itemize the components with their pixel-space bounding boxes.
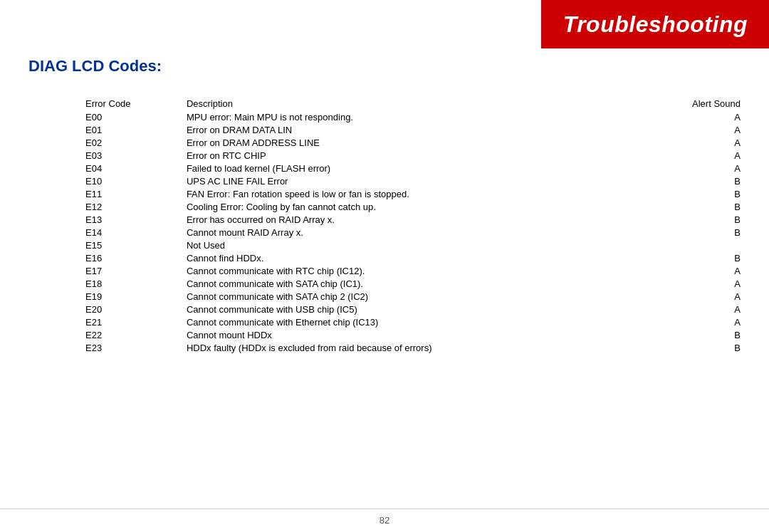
page-title: Troubleshooting	[563, 11, 748, 38]
cell-error-code: E22	[85, 328, 187, 341]
cell-description: UPS AC LINE FAIL Error	[187, 174, 674, 187]
table-row: E02Error on DRAM ADDRESS LINEA	[85, 136, 741, 149]
table-row: E01Error on DRAM DATA LINA	[85, 123, 741, 136]
diag-table: Error Code Description Alert Sound E00MP…	[85, 97, 741, 354]
cell-error-code: E01	[85, 123, 187, 136]
table-row: E13Error has occurred on RAID Array x.B	[85, 213, 741, 226]
cell-error-code: E15	[85, 239, 187, 251]
cell-description: Cannot communicate with SATA chip 2 (IC2…	[187, 290, 674, 303]
cell-error-code: E16	[85, 251, 187, 264]
cell-description: Cannot mount HDDx	[187, 328, 674, 341]
cell-error-code: E19	[85, 290, 187, 303]
header-bar: Troubleshooting	[541, 0, 769, 48]
table-row: E12Cooling Error: Cooling by fan cannot …	[85, 200, 741, 213]
cell-error-code: E02	[85, 136, 187, 149]
table-row: E20Cannot communicate with USB chip (IC5…	[85, 303, 741, 315]
cell-description: Cooling Error: Cooling by fan cannot cat…	[187, 200, 674, 213]
cell-alert-sound: B	[674, 200, 741, 213]
table-row: E17Cannot communicate with RTC chip (IC1…	[85, 264, 741, 277]
cell-alert-sound: B	[674, 226, 741, 239]
table-row: E21Cannot communicate with Ethernet chip…	[85, 315, 741, 328]
table-row: E14Cannot mount RAID Array x.B	[85, 226, 741, 239]
page-number: 82	[380, 515, 389, 526]
table-row: E04Failed to load kernel (FLASH error)A	[85, 162, 741, 174]
table-row: E00MPU error: Main MPU is not responding…	[85, 110, 741, 123]
cell-alert-sound: A	[674, 149, 741, 162]
cell-description: Cannot communicate with RTC chip (IC12).	[187, 264, 674, 277]
cell-error-code: E17	[85, 264, 187, 277]
table-row: E19Cannot communicate with SATA chip 2 (…	[85, 290, 741, 303]
cell-description: Error on DRAM DATA LIN	[187, 123, 674, 136]
cell-alert-sound: B	[674, 251, 741, 264]
col-header-description: Description	[187, 97, 674, 110]
cell-alert-sound: B	[674, 213, 741, 226]
cell-description: Failed to load kernel (FLASH error)	[187, 162, 674, 174]
cell-description: Cannot find HDDx.	[187, 251, 674, 264]
cell-alert-sound: B	[674, 328, 741, 341]
table-row: E16Cannot find HDDx.B	[85, 251, 741, 264]
cell-description: Cannot mount RAID Array x.	[187, 226, 674, 239]
cell-alert-sound: A	[674, 277, 741, 290]
page-content: DIAG LCD Codes: Error Code Description A…	[28, 57, 741, 504]
diag-table-container: Error Code Description Alert Sound E00MP…	[85, 97, 741, 354]
cell-alert-sound: A	[674, 303, 741, 315]
cell-description: Cannot communicate with USB chip (IC5)	[187, 303, 674, 315]
cell-alert-sound: A	[674, 290, 741, 303]
page-footer: 82	[0, 508, 769, 526]
cell-error-code: E23	[85, 341, 187, 354]
cell-error-code: E12	[85, 200, 187, 213]
table-header-row: Error Code Description Alert Sound	[85, 97, 741, 110]
cell-description: FAN Error: Fan rotation speed is low or …	[187, 187, 674, 200]
col-header-alert: Alert Sound	[674, 97, 741, 110]
cell-description: Error has occurred on RAID Array x.	[187, 213, 674, 226]
cell-alert-sound: A	[674, 110, 741, 123]
cell-error-code: E04	[85, 162, 187, 174]
cell-description: Cannot communicate with Ethernet chip (I…	[187, 315, 674, 328]
cell-error-code: E03	[85, 149, 187, 162]
cell-alert-sound: A	[674, 136, 741, 149]
section-title: DIAG LCD Codes:	[28, 57, 741, 75]
cell-description: MPU error: Main MPU is not responding.	[187, 110, 674, 123]
cell-alert-sound: A	[674, 264, 741, 277]
table-row: E22Cannot mount HDDxB	[85, 328, 741, 341]
cell-error-code: E11	[85, 187, 187, 200]
cell-error-code: E10	[85, 174, 187, 187]
cell-description: Error on RTC CHIP	[187, 149, 674, 162]
table-row: E15Not Used	[85, 239, 741, 251]
cell-error-code: E20	[85, 303, 187, 315]
cell-error-code: E18	[85, 277, 187, 290]
cell-error-code: E21	[85, 315, 187, 328]
cell-alert-sound: B	[674, 174, 741, 187]
cell-alert-sound: B	[674, 341, 741, 354]
cell-description: Not Used	[187, 239, 674, 251]
cell-description: HDDx faulty (HDDx is excluded from raid …	[187, 341, 674, 354]
cell-alert-sound	[674, 239, 741, 251]
table-row: E11FAN Error: Fan rotation speed is low …	[85, 187, 741, 200]
table-row: E18Cannot communicate with SATA chip (IC…	[85, 277, 741, 290]
cell-error-code: E13	[85, 213, 187, 226]
cell-alert-sound: A	[674, 162, 741, 174]
cell-alert-sound: B	[674, 187, 741, 200]
cell-alert-sound: A	[674, 123, 741, 136]
table-row: E03Error on RTC CHIPA	[85, 149, 741, 162]
cell-error-code: E14	[85, 226, 187, 239]
table-row: E23HDDx faulty (HDDx is excluded from ra…	[85, 341, 741, 354]
cell-description: Error on DRAM ADDRESS LINE	[187, 136, 674, 149]
col-header-code: Error Code	[85, 97, 187, 110]
cell-alert-sound: A	[674, 315, 741, 328]
table-row: E10UPS AC LINE FAIL ErrorB	[85, 174, 741, 187]
cell-description: Cannot communicate with SATA chip (IC1).	[187, 277, 674, 290]
cell-error-code: E00	[85, 110, 187, 123]
